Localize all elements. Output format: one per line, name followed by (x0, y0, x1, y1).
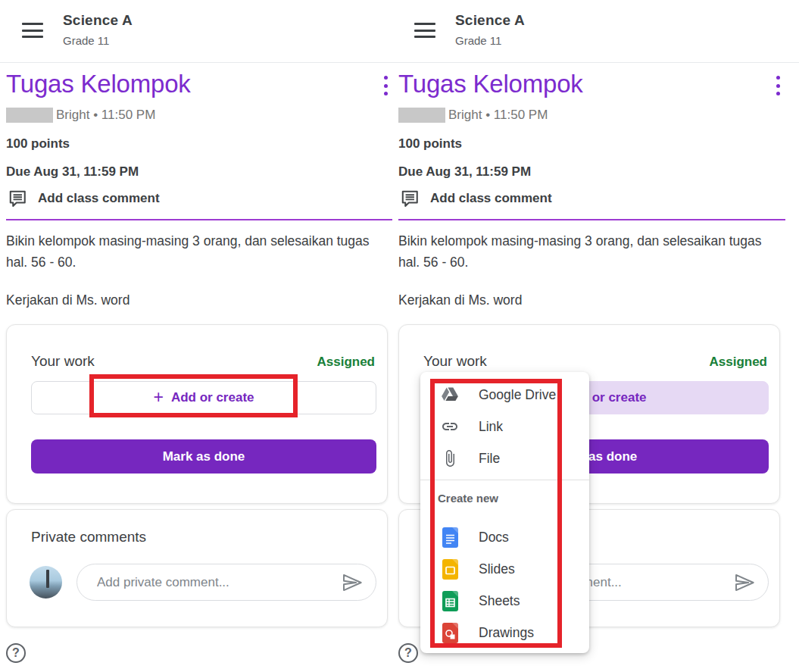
description-line: hal. 56 - 60. (398, 255, 468, 270)
purple-divider (398, 219, 785, 220)
mark-as-done-button[interactable]: Mark as done (31, 439, 376, 474)
your-work-title: Your work (423, 353, 487, 370)
link-icon (441, 417, 459, 436)
header-divider (0, 62, 392, 63)
description-line: hal. 56 - 60. (6, 255, 76, 270)
left-screenshot: Science A Grade 11 Tugas Kelompok Bright… (0, 0, 392, 672)
points-label: 100 points (398, 136, 462, 152)
help-button[interactable]: ? (398, 643, 418, 663)
assignment-title: Tugas Kelompok (6, 70, 191, 98)
private-comment-field[interactable] (76, 564, 376, 601)
private-comment-input[interactable] (97, 575, 341, 590)
classroom-assignment-view: Science A Grade 11 Tugas Kelompok Bright… (0, 0, 392, 672)
paperclip-icon (441, 449, 459, 467)
status-badge: Assigned (709, 355, 767, 370)
description-line: Kerjakan di Ms. word (398, 292, 522, 308)
menu-divider (420, 480, 589, 480)
your-work-title: Your work (31, 353, 95, 370)
description-line: Bikin kelompok masing-masing 3 orang, da… (6, 233, 370, 249)
send-icon (733, 572, 756, 593)
private-comments-title: Private comments (31, 529, 146, 545)
author-row: Bright • 11:50 PM (6, 108, 155, 123)
plus-icon: + (153, 389, 163, 406)
purple-divider (6, 219, 392, 220)
menu-item-link[interactable]: Link (420, 411, 589, 442)
assignment-title: Tugas Kelompok (398, 70, 583, 98)
menu-hamburger-icon[interactable] (22, 23, 43, 38)
mark-as-done-label: Mark as done (163, 449, 245, 464)
send-comment-button[interactable] (733, 571, 756, 594)
class-title: Science A (455, 12, 525, 29)
create-new-section-label: Create new (438, 492, 498, 505)
menu-item-google-drive[interactable]: Google Drive (420, 379, 589, 411)
menu-item-drawings[interactable]: Drawings (420, 617, 589, 649)
description-line: Kerjakan di Ms. word (6, 292, 130, 308)
kebab-menu-icon[interactable] (773, 76, 782, 95)
your-work-card: Your work Assigned + Add or create Mark … (6, 324, 388, 504)
kebab-menu-icon[interactable] (381, 76, 390, 95)
classroom-assignment-view-menu-open: Science A Grade 11 Tugas Kelompok Bright… (392, 0, 799, 672)
add-class-comment-button[interactable]: Add class comment (8, 189, 160, 208)
status-badge: Assigned (317, 355, 375, 370)
due-date-label: Due Aug 31, 11:59 PM (6, 164, 139, 180)
add-or-create-label: Add or create (171, 390, 254, 405)
sheets-icon (442, 591, 458, 611)
add-class-comment-label: Add class comment (38, 191, 160, 206)
points-label: 100 points (6, 136, 70, 152)
class-grade: Grade 11 (455, 34, 501, 47)
header-divider (392, 62, 799, 63)
class-comment-icon (400, 189, 420, 208)
menu-item-docs[interactable]: Docs (420, 521, 589, 553)
class-grade: Grade 11 (63, 34, 109, 47)
drawings-icon (442, 623, 458, 643)
add-class-comment-label: Add class comment (430, 191, 552, 206)
send-icon (341, 572, 364, 593)
question-mark-icon: ? (12, 646, 20, 660)
private-comments-card: Private comments (6, 509, 388, 627)
add-or-create-button[interactable]: + Add or create (31, 381, 376, 414)
menu-item-slides[interactable]: Slides (420, 553, 589, 585)
class-comment-icon (8, 189, 27, 208)
slides-icon (442, 559, 458, 580)
help-button[interactable]: ? (6, 643, 26, 663)
description-line: Bikin kelompok masing-masing 3 orang, da… (398, 233, 762, 249)
screen: Science A Grade 11 Tugas Kelompok Bright… (0, 0, 799, 672)
redacted-name-box (6, 108, 53, 123)
author-timestamp: Bright • 11:50 PM (448, 108, 548, 123)
menu-item-sheets[interactable]: Sheets (420, 585, 589, 617)
add-class-comment-button[interactable]: Add class comment (400, 189, 552, 208)
due-date-label: Due Aug 31, 11:59 PM (398, 164, 531, 180)
author-timestamp: Bright • 11:50 PM (56, 108, 155, 123)
add-or-create-menu: Google Drive Link File Create new (420, 372, 589, 653)
question-mark-icon: ? (404, 646, 412, 660)
class-title: Science A (63, 12, 133, 29)
send-comment-button[interactable] (341, 571, 364, 594)
menu-item-file[interactable]: File (420, 442, 589, 474)
menu-hamburger-icon[interactable] (414, 23, 435, 38)
avatar (30, 566, 62, 599)
docs-icon (442, 527, 458, 548)
redacted-name-box (398, 108, 445, 123)
google-drive-icon (441, 386, 459, 403)
author-row: Bright • 11:50 PM (398, 108, 548, 123)
